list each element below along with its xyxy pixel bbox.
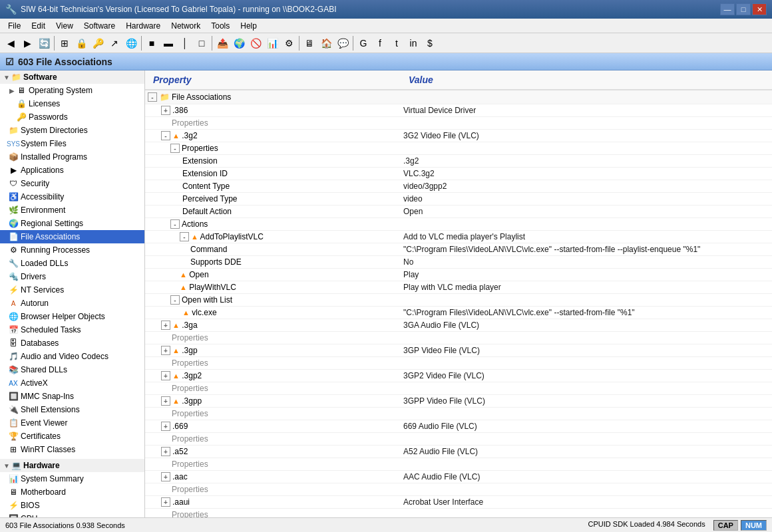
table-row[interactable]: - Open with List <box>145 294 772 307</box>
table-row[interactable]: - 📁 File Associations <box>145 90 772 104</box>
toolbar-tw[interactable]: t <box>389 35 405 51</box>
sidebar-item-regional-settings[interactable]: 🌍 Regional Settings <box>0 217 144 230</box>
table-row[interactable]: + .669 669 Audio File (VLC) <box>145 420 772 433</box>
table-row[interactable]: Properties <box>145 408 772 420</box>
sidebar-item-motherboard[interactable]: 🖥 Motherboard <box>0 485 144 499</box>
toolbar-square[interactable]: ■ <box>144 35 160 51</box>
expand-icon[interactable]: + <box>161 497 170 507</box>
sidebar-item-winrt-classes[interactable]: ⊞ WinRT Classes <box>0 443 144 456</box>
sidebar-item-browser-helper[interactable]: 🌐 Browser Helper Objects <box>0 310 144 323</box>
expand-icon[interactable]: + <box>161 346 170 355</box>
toolbar-stop[interactable]: 🚫 <box>248 35 264 51</box>
toolbar-back[interactable]: ◀ <box>3 35 19 51</box>
sidebar-item-installed-programs[interactable]: 📦 Installed Programs <box>0 150 144 164</box>
sidebar-item-accessibility[interactable]: ♿ Accessibility <box>0 190 144 203</box>
table-row[interactable]: Properties <box>145 382 772 395</box>
toolbar-chat[interactable]: 💬 <box>335 35 351 51</box>
sidebar-item-mmc-snap-ins[interactable]: 🔲 MMC Snap-Ins <box>0 390 144 403</box>
sidebar-hardware-header[interactable]: ▼ 💻 Hardware <box>0 459 144 472</box>
table-row[interactable]: + ▲ .3gpp 3GPP Video File (VLC) <box>145 395 772 408</box>
sidebar-item-file-associations[interactable]: 📄 File Associations <box>0 230 144 243</box>
table-row[interactable]: Properties <box>145 117 772 130</box>
table-row[interactable]: + .386 Virtual Device Driver <box>145 104 772 117</box>
expand-icon[interactable]: + <box>161 106 170 115</box>
toolbar-export[interactable]: 📤 <box>214 35 230 51</box>
table-row[interactable]: + .aac AAC Audio File (VLC) <box>145 471 772 483</box>
table-row[interactable]: - ▲ AddToPlaylistVLC Add to VLC media pl… <box>145 231 772 243</box>
toolbar-house[interactable]: 🏠 <box>318 35 334 51</box>
sidebar-item-loaded-dlls[interactable]: 🔧 Loaded DLLs <box>0 257 144 270</box>
minimize-button[interactable]: — <box>720 3 735 15</box>
toolbar-search-g[interactable]: G <box>355 35 371 51</box>
menu-tools[interactable]: Tools <box>206 20 235 32</box>
table-row[interactable]: ▲ Open Play <box>145 269 772 281</box>
expand-icon[interactable]: - <box>170 219 180 229</box>
sidebar-item-operating-system[interactable]: ▶ 🖥 Operating System <box>0 84 144 97</box>
expand-icon[interactable]: + <box>161 472 170 481</box>
toolbar-chart[interactable]: 📊 <box>264 35 280 51</box>
sidebar-software-header[interactable]: ▼ 📁 Software <box>0 70 144 84</box>
expand-icon[interactable]: + <box>161 371 170 380</box>
table-row[interactable]: + .a52 A52 Audio File (VLC) <box>145 446 772 458</box>
sidebar-item-system-summary[interactable]: 📊 System Summary <box>0 472 144 485</box>
menu-hardware[interactable]: Hardware <box>120 20 166 32</box>
sidebar-item-nt-services[interactable]: ⚡ NT Services <box>0 283 144 297</box>
expand-icon[interactable]: - <box>161 131 170 140</box>
table-row[interactable]: + ▲ .3gp2 3GP2 Video File (VLC) <box>145 370 772 382</box>
menu-help[interactable]: Help <box>235 20 262 32</box>
sidebar-item-system-directories[interactable]: 📁 System Directories <box>0 124 144 137</box>
sidebar-item-running-processes[interactable]: ⚙ Running Processes <box>0 243 144 257</box>
maximize-button[interactable]: □ <box>736 3 751 15</box>
sidebar-item-passwords[interactable]: 🔑 Passwords <box>0 110 144 124</box>
sidebar-item-drivers[interactable]: 🔩 Drivers <box>0 270 144 283</box>
sidebar-item-security[interactable]: 🛡 Security <box>0 177 144 190</box>
table-row[interactable]: - ▲ .3g2 3G2 Video File (VLC) <box>145 130 772 142</box>
expand-icon[interactable]: - <box>148 92 157 102</box>
table-row[interactable]: Properties <box>145 509 772 517</box>
toolbar-gear[interactable]: ⚙ <box>281 35 297 51</box>
toolbar-refresh[interactable]: 🔄 <box>36 35 52 51</box>
expand-icon[interactable]: + <box>161 422 170 431</box>
menu-view[interactable]: View <box>51 20 79 32</box>
sidebar-item-system-files[interactable]: SYS System Files <box>0 137 144 150</box>
sidebar-item-applications[interactable]: ▶ Applications <box>0 164 144 177</box>
menu-edit[interactable]: Edit <box>26 20 51 32</box>
expand-icon[interactable]: + <box>161 447 170 456</box>
table-row[interactable]: Properties <box>145 357 772 370</box>
sidebar-item-shared-dlls[interactable]: 📚 Shared DLLs <box>0 363 144 376</box>
table-row[interactable]: Properties <box>145 332 772 344</box>
toolbar-forward[interactable]: ▶ <box>19 35 35 51</box>
sidebar-item-audio-video-codecs[interactable]: 🎵 Audio and Video Codecs <box>0 350 144 363</box>
table-row[interactable]: ▲ vlc.exe "C:\Program Files\VideoLAN\VLC… <box>145 307 772 319</box>
toolbar-monitor[interactable]: 🖥 <box>301 35 317 51</box>
table-row[interactable]: - Actions <box>145 218 772 231</box>
menu-network[interactable]: Network <box>166 20 206 32</box>
sidebar-item-autorun[interactable]: A Autorun <box>0 297 144 310</box>
expand-icon[interactable]: - <box>170 144 180 153</box>
toolbar-web[interactable]: 🌍 <box>231 35 247 51</box>
expand-icon[interactable]: - <box>180 232 189 241</box>
sidebar-item-licenses[interactable]: 🔒 Licenses <box>0 97 144 110</box>
expand-icon[interactable]: + <box>161 396 170 406</box>
sidebar-item-environment[interactable]: 🌿 Environment <box>0 203 144 217</box>
sidebar-item-activex[interactable]: AX ActiveX <box>0 376 144 390</box>
table-row[interactable]: Properties <box>145 458 772 471</box>
table-row[interactable]: + ▲ .3ga 3GA Audio File (VLC) <box>145 319 772 332</box>
table-row[interactable]: + .aaui Acrobat User Interface <box>145 496 772 509</box>
expand-icon[interactable]: - <box>170 295 180 305</box>
toolbar-grid[interactable]: ⊞ <box>57 35 73 51</box>
menu-file[interactable]: File <box>3 20 26 32</box>
sidebar-item-shell-extensions[interactable]: 🔌 Shell Extensions <box>0 403 144 416</box>
menu-software[interactable]: Software <box>79 20 120 32</box>
toolbar-arrow[interactable]: ↗ <box>106 35 122 51</box>
expand-icon[interactable]: + <box>161 321 170 330</box>
toolbar-fb[interactable]: f <box>372 35 388 51</box>
toolbar-box[interactable]: □ <box>194 35 210 51</box>
sidebar-item-certificates[interactable]: 🏆 Certificates <box>0 430 144 443</box>
table-row[interactable]: - Properties <box>145 142 772 155</box>
toolbar-key[interactable]: 🔑 <box>90 35 106 51</box>
sidebar-item-scheduled-tasks[interactable]: 📅 Scheduled Tasks <box>0 323 144 336</box>
table-row[interactable]: ▲ PlayWithVLC Play with VLC media player <box>145 281 772 294</box>
table-row[interactable]: + ▲ .3gp 3GP Video File (VLC) <box>145 344 772 357</box>
sidebar-item-bios[interactable]: ⚡ BIOS <box>0 499 144 512</box>
